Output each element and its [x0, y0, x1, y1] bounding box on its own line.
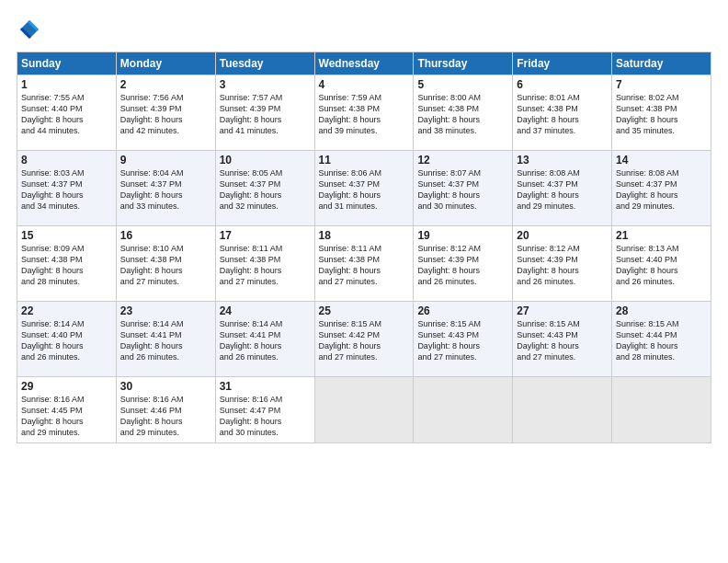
- day-number: 12: [417, 154, 508, 167]
- calendar-cell: [513, 377, 612, 443]
- weekday-header-sunday: Sunday: [17, 52, 117, 75]
- calendar-cell: 14Sunrise: 8:08 AM Sunset: 4:37 PM Dayli…: [612, 151, 711, 226]
- calendar-cell: 9Sunrise: 8:04 AM Sunset: 4:37 PM Daylig…: [116, 151, 215, 226]
- day-number: 7: [616, 78, 707, 91]
- calendar-cell: 4Sunrise: 7:59 AM Sunset: 4:38 PM Daylig…: [314, 75, 414, 151]
- day-number: 13: [517, 154, 608, 167]
- calendar-cell: [612, 377, 711, 443]
- calendar-cell: 11Sunrise: 8:06 AM Sunset: 4:37 PM Dayli…: [314, 151, 414, 226]
- cell-details: Sunrise: 8:15 AM Sunset: 4:42 PM Dayligh…: [319, 318, 410, 363]
- day-number: 6: [517, 78, 608, 91]
- day-number: 30: [120, 380, 211, 393]
- calendar-cell: 21Sunrise: 8:13 AM Sunset: 4:40 PM Dayli…: [612, 226, 711, 302]
- day-number: 24: [220, 304, 311, 317]
- day-number: 25: [319, 304, 410, 317]
- cell-details: Sunrise: 8:05 AM Sunset: 4:37 PM Dayligh…: [220, 167, 311, 213]
- cell-details: Sunrise: 8:14 AM Sunset: 4:40 PM Dayligh…: [21, 318, 112, 363]
- weekday-header-saturday: Saturday: [612, 52, 711, 75]
- calendar-cell: 6Sunrise: 8:01 AM Sunset: 4:38 PM Daylig…: [513, 75, 612, 151]
- calendar-cell: 12Sunrise: 8:07 AM Sunset: 4:37 PM Dayli…: [414, 151, 513, 226]
- day-number: 20: [517, 229, 608, 242]
- calendar-cell: 3Sunrise: 7:57 AM Sunset: 4:39 PM Daylig…: [215, 75, 314, 151]
- cell-details: Sunrise: 8:15 AM Sunset: 4:44 PM Dayligh…: [616, 318, 707, 363]
- day-number: 23: [120, 304, 211, 317]
- day-number: 18: [319, 229, 410, 242]
- cell-details: Sunrise: 8:15 AM Sunset: 4:43 PM Dayligh…: [517, 318, 608, 363]
- calendar-cell: 24Sunrise: 8:14 AM Sunset: 4:41 PM Dayli…: [215, 302, 314, 377]
- day-number: 3: [220, 78, 311, 91]
- calendar-cell: 1Sunrise: 7:55 AM Sunset: 4:40 PM Daylig…: [17, 75, 117, 151]
- day-number: 9: [120, 154, 211, 167]
- cell-details: Sunrise: 8:13 AM Sunset: 4:40 PM Dayligh…: [616, 243, 707, 288]
- calendar-cell: 23Sunrise: 8:14 AM Sunset: 4:41 PM Dayli…: [116, 302, 215, 377]
- cell-details: Sunrise: 8:08 AM Sunset: 4:37 PM Dayligh…: [517, 167, 608, 213]
- week-row-1: 1Sunrise: 7:55 AM Sunset: 4:40 PM Daylig…: [17, 75, 711, 151]
- cell-details: Sunrise: 8:16 AM Sunset: 4:46 PM Dayligh…: [120, 394, 211, 439]
- calendar-cell: 2Sunrise: 7:56 AM Sunset: 4:39 PM Daylig…: [116, 75, 215, 151]
- cell-details: Sunrise: 7:59 AM Sunset: 4:38 PM Dayligh…: [319, 92, 410, 137]
- cell-details: Sunrise: 8:12 AM Sunset: 4:39 PM Dayligh…: [517, 243, 608, 288]
- day-number: 27: [517, 304, 608, 317]
- day-number: 28: [616, 304, 707, 317]
- day-number: 8: [21, 154, 112, 167]
- calendar-cell: [314, 377, 414, 443]
- calendar-cell: 10Sunrise: 8:05 AM Sunset: 4:37 PM Dayli…: [215, 151, 314, 226]
- day-number: 22: [21, 304, 112, 317]
- calendar-cell: 5Sunrise: 8:00 AM Sunset: 4:38 PM Daylig…: [414, 75, 513, 151]
- header: [17, 17, 711, 42]
- cell-details: Sunrise: 8:06 AM Sunset: 4:37 PM Dayligh…: [319, 167, 410, 213]
- cell-details: Sunrise: 8:16 AM Sunset: 4:47 PM Dayligh…: [220, 394, 311, 439]
- day-number: 10: [220, 154, 311, 167]
- day-number: 17: [220, 229, 311, 242]
- cell-details: Sunrise: 8:00 AM Sunset: 4:38 PM Dayligh…: [417, 92, 508, 137]
- calendar-cell: 22Sunrise: 8:14 AM Sunset: 4:40 PM Dayli…: [17, 302, 117, 377]
- cell-details: Sunrise: 8:04 AM Sunset: 4:37 PM Dayligh…: [120, 167, 211, 213]
- cell-details: Sunrise: 7:57 AM Sunset: 4:39 PM Dayligh…: [220, 92, 311, 137]
- calendar-cell: 8Sunrise: 8:03 AM Sunset: 4:37 PM Daylig…: [17, 151, 117, 226]
- day-number: 1: [21, 78, 112, 91]
- calendar-cell: 26Sunrise: 8:15 AM Sunset: 4:43 PM Dayli…: [414, 302, 513, 377]
- weekday-header-tuesday: Tuesday: [215, 52, 314, 75]
- calendar-cell: 28Sunrise: 8:15 AM Sunset: 4:44 PM Dayli…: [612, 302, 711, 377]
- cell-details: Sunrise: 8:08 AM Sunset: 4:37 PM Dayligh…: [616, 167, 707, 213]
- cell-details: Sunrise: 7:55 AM Sunset: 4:40 PM Dayligh…: [21, 92, 112, 137]
- day-number: 2: [120, 78, 211, 91]
- day-number: 19: [417, 229, 508, 242]
- calendar-table: SundayMondayTuesdayWednesdayThursdayFrid…: [17, 52, 711, 443]
- day-number: 14: [616, 154, 707, 167]
- week-row-5: 29Sunrise: 8:16 AM Sunset: 4:45 PM Dayli…: [17, 377, 711, 443]
- logo: [17, 17, 46, 42]
- cell-details: Sunrise: 8:11 AM Sunset: 4:38 PM Dayligh…: [319, 243, 410, 288]
- calendar-cell: 13Sunrise: 8:08 AM Sunset: 4:37 PM Dayli…: [513, 151, 612, 226]
- cell-details: Sunrise: 8:03 AM Sunset: 4:37 PM Dayligh…: [21, 167, 112, 213]
- cell-details: Sunrise: 8:10 AM Sunset: 4:38 PM Dayligh…: [120, 243, 211, 288]
- calendar-cell: 15Sunrise: 8:09 AM Sunset: 4:38 PM Dayli…: [17, 226, 117, 302]
- calendar-cell: 17Sunrise: 8:11 AM Sunset: 4:38 PM Dayli…: [215, 226, 314, 302]
- weekday-header-monday: Monday: [116, 52, 215, 75]
- calendar-cell: 29Sunrise: 8:16 AM Sunset: 4:45 PM Dayli…: [17, 377, 117, 443]
- calendar-cell: 30Sunrise: 8:16 AM Sunset: 4:46 PM Dayli…: [116, 377, 215, 443]
- weekday-header-wednesday: Wednesday: [314, 52, 414, 75]
- calendar-cell: [414, 377, 513, 443]
- cell-details: Sunrise: 8:16 AM Sunset: 4:45 PM Dayligh…: [21, 394, 112, 439]
- cell-details: Sunrise: 8:12 AM Sunset: 4:39 PM Dayligh…: [417, 243, 508, 288]
- day-number: 29: [21, 380, 112, 393]
- cell-details: Sunrise: 8:02 AM Sunset: 4:38 PM Dayligh…: [616, 92, 707, 137]
- weekday-header-row: SundayMondayTuesdayWednesdayThursdayFrid…: [17, 52, 711, 75]
- week-row-3: 15Sunrise: 8:09 AM Sunset: 4:38 PM Dayli…: [17, 226, 711, 302]
- cell-details: Sunrise: 8:07 AM Sunset: 4:37 PM Dayligh…: [417, 167, 508, 213]
- day-number: 16: [120, 229, 211, 242]
- cell-details: Sunrise: 8:14 AM Sunset: 4:41 PM Dayligh…: [120, 318, 211, 363]
- week-row-4: 22Sunrise: 8:14 AM Sunset: 4:40 PM Dayli…: [17, 302, 711, 377]
- cell-details: Sunrise: 7:56 AM Sunset: 4:39 PM Dayligh…: [120, 92, 211, 137]
- calendar-cell: 18Sunrise: 8:11 AM Sunset: 4:38 PM Dayli…: [314, 226, 414, 302]
- week-row-2: 8Sunrise: 8:03 AM Sunset: 4:37 PM Daylig…: [17, 151, 711, 226]
- cell-details: Sunrise: 8:11 AM Sunset: 4:38 PM Dayligh…: [220, 243, 311, 288]
- cell-details: Sunrise: 8:09 AM Sunset: 4:38 PM Dayligh…: [21, 243, 112, 288]
- calendar-cell: 19Sunrise: 8:12 AM Sunset: 4:39 PM Dayli…: [414, 226, 513, 302]
- calendar-cell: 25Sunrise: 8:15 AM Sunset: 4:42 PM Dayli…: [314, 302, 414, 377]
- day-number: 4: [319, 78, 410, 91]
- day-number: 31: [220, 380, 311, 393]
- day-number: 5: [417, 78, 508, 91]
- cell-details: Sunrise: 8:15 AM Sunset: 4:43 PM Dayligh…: [417, 318, 508, 363]
